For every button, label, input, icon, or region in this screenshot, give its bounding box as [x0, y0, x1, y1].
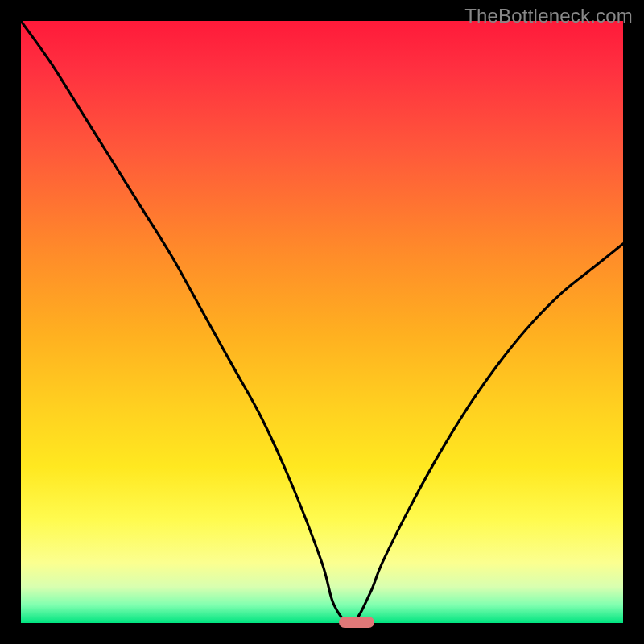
site-watermark: TheBottleneck.com: [464, 5, 633, 27]
optimum-marker: [339, 617, 374, 628]
bottleneck-curve: [21, 21, 623, 623]
gradient-plot-area: [21, 21, 623, 623]
frame: TheBottleneck.com: [0, 0, 644, 644]
